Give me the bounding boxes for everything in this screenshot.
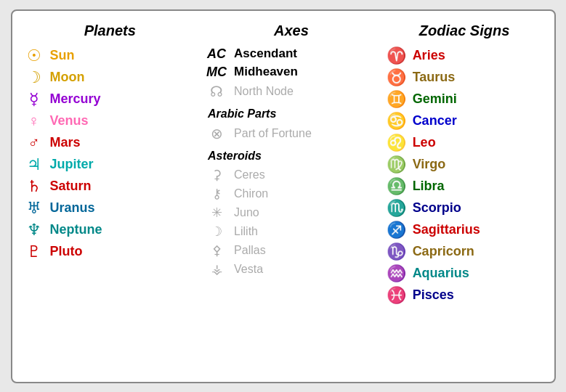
zodiac-row: ♈ Aries [382,45,547,67]
planets-column: Planets ☉ Sun ☽ Moon ☿ Mercury ♀ Venus ♂… [20,23,201,375]
asteroid-row: ☽ Lilith [201,222,382,241]
planet-label: Jupiter [50,157,94,172]
zodiac-row: ♊ Gemini [382,89,547,110]
zodiac-symbol: ♓ [385,286,408,305]
arabic-symbol: ⊗ [203,125,230,142]
arabic-label: Part of Fortune [234,127,312,140]
planet-row: ♃ Jupiter [20,154,201,176]
asteroid-label: Lilith [234,225,258,238]
zodiac-label: Sagittarius [413,222,480,237]
zodiac-symbol: ♍ [385,155,408,174]
planets-header: Planets [20,23,201,39]
asteroid-label: Juno [234,206,259,219]
zodiac-row: ♓ Pisces [382,285,547,306]
asteroid-row: ⚴ Pallas [201,241,382,260]
planet-symbol: ♇ [23,242,46,261]
asteroid-symbol: ⚴ [203,242,230,258]
axis-row: AC Ascendant [201,45,382,63]
zodiac-label: Scorpio [413,200,461,216]
planet-symbol: ♂ [23,134,46,152]
zodiac-symbol: ♈ [385,46,408,65]
asteroid-label: Vesta [234,263,263,276]
zodiac-label: Cancer [413,113,457,128]
planet-symbol: ♀ [23,112,46,131]
zodiac-label: Capricorn [413,244,474,259]
axis-label: Midheaven [234,65,298,79]
planet-label: Neptune [50,222,102,237]
planet-row: ♄ Saturn [20,176,201,197]
zodiac-label: Gemini [413,91,457,107]
zodiac-row: ♑ Capricorn [382,241,547,263]
axis-symbol: MC [203,65,230,80]
zodiac-row: ♐ Sagittarius [382,219,547,241]
planet-symbol: ☉ [23,46,46,65]
planet-symbol: ♆ [23,221,46,240]
main-card: Planets ☉ Sun ☽ Moon ☿ Mercury ♀ Venus ♂… [11,9,556,383]
planet-label: Moon [50,70,85,85]
planet-symbol: ♅ [23,199,46,218]
asteroid-label: Pallas [234,244,266,257]
zodiac-symbol: ♋ [385,112,408,131]
zodiac-symbol: ♒ [385,264,408,283]
asteroid-row: ⚳ Ceres [201,166,382,184]
asteroid-symbol: ✳ [203,205,230,221]
planet-row: ♅ Uranus [20,197,201,219]
zodiac-symbol: ♉ [385,68,408,87]
axis-label: North Node [234,85,294,98]
planet-row: ♀ Venus [20,110,201,132]
zodiac-symbol: ♏ [385,199,408,218]
zodiac-label: Pisces [413,287,454,303]
asteroid-symbol: ⚳ [203,167,230,183]
arabic-part-row: ⊗ Part of Fortune [201,123,382,144]
zodiac-label: Libra [413,179,445,194]
zodiac-row: ♌ Leo [382,132,547,154]
zodiac-row: ♉ Taurus [382,67,547,89]
axis-row: MC Midheaven [201,63,382,81]
axis-row: ☊ North Node [201,81,382,102]
planet-label: Pluto [50,244,83,259]
zodiac-symbol: ♑ [385,242,408,261]
planet-symbol: ☿ [23,90,46,109]
asteroid-symbol: ⚷ [203,186,230,202]
planet-symbol: ♃ [23,155,46,174]
planet-symbol: ♄ [23,177,46,196]
asteroid-row: ✳ Juno [201,203,382,222]
asteroids-header: Asteroids [208,150,382,163]
zodiac-row: ♍ Virgo [382,154,547,176]
axes-column: Axes AC Ascendant MC Midheaven ☊ North N… [201,23,382,375]
zodiac-symbol: ♊ [385,90,408,109]
arabic-parts-header: Arabic Parts [208,107,382,121]
planet-row: ♇ Pluto [20,241,201,263]
planet-label: Mars [50,135,81,150]
planet-label: Sun [50,48,75,63]
asteroid-label: Chiron [234,187,268,200]
axis-symbol: ☊ [203,83,230,100]
asteroid-row: ⚶ Vesta [201,260,382,279]
planet-row: ♂ Mars [20,132,201,154]
zodiac-label: Leo [413,135,436,150]
zodiac-label: Aries [413,48,445,63]
zodiac-column: Zodiac Signs ♈ Aries ♉ Taurus ♊ Gemini ♋… [382,23,547,375]
zodiac-row: ♎ Libra [382,176,547,197]
zodiac-symbol: ♐ [385,221,408,240]
zodiac-symbol: ♌ [385,134,408,152]
planet-row: ☿ Mercury [20,89,201,110]
asteroid-label: Ceres [234,168,265,181]
zodiac-label: Virgo [413,157,446,172]
axis-label: Ascendant [234,46,297,61]
asteroid-symbol: ⚶ [203,261,230,277]
planet-symbol: ☽ [23,68,46,87]
axes-header: Axes [201,23,382,39]
planet-row: ☽ Moon [20,67,201,89]
zodiac-header: Zodiac Signs [382,23,547,39]
asteroid-symbol: ☽ [203,224,230,240]
zodiac-symbol: ♎ [385,177,408,196]
zodiac-row: ♏ Scorpio [382,197,547,219]
asteroid-row: ⚷ Chiron [201,184,382,203]
axis-symbol: AC [203,46,230,62]
planet-label: Saturn [50,179,92,194]
zodiac-row: ♋ Cancer [382,110,547,132]
planet-label: Uranus [50,200,95,216]
zodiac-row: ♒ Aquarius [382,263,547,285]
zodiac-label: Taurus [413,70,456,85]
